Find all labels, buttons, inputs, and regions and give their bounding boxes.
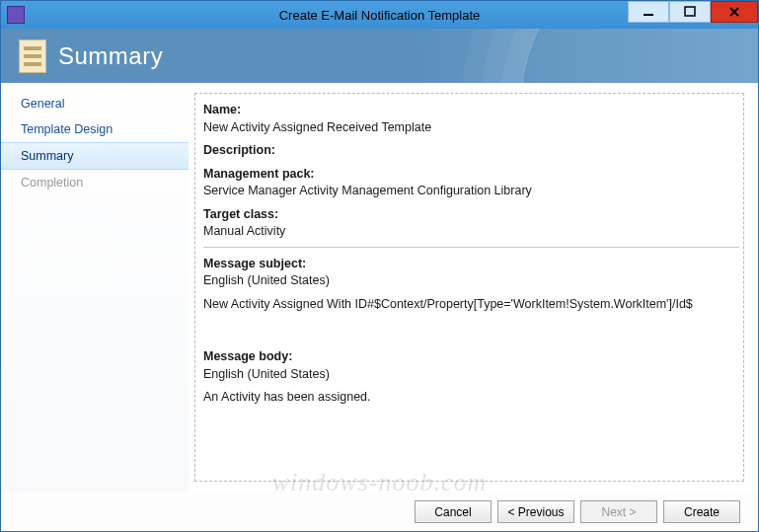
next-button: Next >	[580, 500, 657, 523]
divider	[203, 247, 739, 248]
name-label: Name:	[203, 102, 739, 119]
svg-rect-0	[644, 14, 653, 16]
maximize-button[interactable]	[669, 1, 711, 23]
wizard-body: General Template Design Summary Completi…	[1, 83, 758, 492]
titlebar: Create E-Mail Notification Template	[1, 1, 758, 29]
wizard-banner: Summary	[1, 29, 758, 83]
minimize-icon	[643, 6, 654, 18]
create-button[interactable]: Create	[663, 500, 740, 523]
nav-item-summary[interactable]: Summary	[1, 142, 189, 170]
cancel-button[interactable]: Cancel	[415, 500, 492, 523]
wizard-nav: General Template Design Summary Completi…	[1, 83, 189, 492]
body-value: An Activity has been assigned.	[203, 389, 739, 407]
subject-value: New Activity Assigned With ID#$Context/P…	[203, 296, 739, 314]
close-icon	[728, 6, 740, 18]
name-value: New Activity Assigned Received Template	[203, 119, 739, 137]
subject-label: Message subject:	[203, 256, 739, 273]
previous-button[interactable]: < Previous	[497, 500, 574, 523]
spacer	[203, 319, 739, 346]
window-controls	[628, 1, 758, 29]
description-label: Description:	[203, 142, 739, 160]
summary-page-icon	[19, 39, 46, 73]
svg-rect-1	[685, 7, 695, 16]
target-value: Manual Activity	[203, 223, 739, 241]
body-label: Message body:	[203, 348, 739, 366]
maximize-icon	[684, 6, 696, 18]
wizard-footer: Cancel < Previous Next > Create	[1, 492, 758, 531]
minimize-button[interactable]	[628, 1, 669, 23]
nav-item-completion: Completion	[1, 170, 189, 195]
body-language: English (United States)	[203, 366, 739, 384]
target-label: Target class:	[203, 206, 739, 224]
app-icon	[7, 6, 25, 24]
subject-language: English (United States)	[203, 272, 739, 290]
mgmtpack-value: Service Manager Activity Management Conf…	[203, 183, 739, 200]
nav-item-template-design[interactable]: Template Design	[1, 116, 189, 142]
banner-heading: Summary	[58, 42, 163, 70]
content-area: Name: New Activity Assigned Received Tem…	[189, 83, 758, 492]
summary-panel[interactable]: Name: New Activity Assigned Received Tem…	[194, 93, 744, 482]
close-button[interactable]	[711, 1, 758, 23]
mgmtpack-label: Management pack:	[203, 166, 739, 184]
banner-decoration	[521, 29, 758, 83]
nav-item-general[interactable]: General	[1, 91, 189, 116]
